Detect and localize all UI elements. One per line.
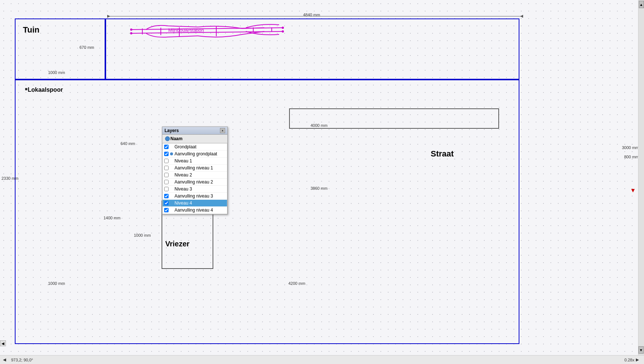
layer-checkbox-niveau-4[interactable]	[164, 201, 169, 205]
svg-point-12	[130, 32, 132, 34]
vriezer-label: Vriezer	[165, 240, 190, 248]
scroll-up-btn[interactable]: ▲	[639, 1, 644, 8]
layer-dot-aanvulling-grondplaat	[170, 152, 173, 155]
scroll-left-btn[interactable]: ◀	[3, 357, 8, 363]
layer-checkbox-niveau-2[interactable]	[164, 173, 169, 177]
layers-close-button[interactable]: ×	[220, 128, 225, 133]
layer-checkbox-aanvulling-grondplaat[interactable]	[164, 152, 169, 156]
scroll-right-btn[interactable]: ▶	[636, 357, 641, 363]
canvas: 4840 mm Tuin 670 mm 1000 mm Lokaalspoor …	[0, 0, 644, 355]
svg-point-11	[130, 28, 132, 31]
scroll-left-arrow[interactable]: ◀	[0, 340, 6, 346]
dimension-3000: 3000 mm	[622, 145, 639, 150]
dimension-1400: 1400 mm	[104, 216, 121, 220]
right-scrollbar[interactable]: ▲ ▼	[638, 0, 644, 355]
layers-header: Naam	[162, 135, 227, 143]
layers-header-label: Naam	[170, 136, 183, 141]
coordinates: 973,2; 90,0°	[11, 358, 33, 362]
layer-label-grondplaat: Grondplaat	[174, 144, 196, 149]
layer-item-niveau-2[interactable]: Niveau 2	[163, 172, 227, 179]
track-area	[124, 20, 294, 46]
layer-item-aanvulling-niveau-1[interactable]: Aanvulling niveau 1	[163, 165, 227, 172]
upper-inner-room	[289, 108, 499, 129]
layer-item-aanvulling-grondplaat[interactable]: Aanvulling grondplaat	[163, 151, 227, 158]
dimension-4200: 4200 mm	[288, 281, 305, 286]
lokaalspoor-label: Lokaalspoor	[28, 87, 63, 93]
svg-point-14	[282, 30, 284, 33]
status-bar: ◀ 973,2; 90,0° 0.28x ▶	[0, 355, 644, 364]
layers-dialog[interactable]: Layers × Naam GrondplaatAanvulling grond…	[162, 127, 228, 215]
dimension-3860: 3860 mm	[311, 186, 328, 191]
layer-item-niveau-3[interactable]: Niveau 3	[163, 186, 227, 193]
straat-label: Straat	[431, 149, 454, 159]
layer-label-niveau-4: Niveau 4	[174, 200, 192, 206]
zoom-level: 0.28x	[624, 358, 634, 362]
dimension-1000b: 1000 mm	[134, 233, 151, 237]
layer-checkbox-aanvulling-niveau-4[interactable]	[164, 208, 169, 212]
layer-label-aanvulling-niveau-1: Aanvulling niveau 1	[174, 165, 213, 171]
layer-item-niveau-4[interactable]: Niveau 4	[163, 200, 227, 207]
layers-title-bar[interactable]: Layers ×	[162, 127, 227, 135]
dimension-2330: 2330 mm	[1, 176, 18, 181]
room-marker	[25, 88, 27, 90]
dimension-670: 670 mm	[79, 45, 94, 50]
layer-item-aanvulling-niveau-2[interactable]: Aanvulling niveau 2	[163, 179, 227, 186]
layer-checkbox-aanvulling-niveau-2[interactable]	[164, 180, 169, 184]
layer-checkbox-aanvulling-niveau-3[interactable]	[164, 194, 169, 198]
svg-point-13	[282, 27, 284, 29]
layer-checkbox-niveau-3[interactable]	[164, 187, 169, 191]
scroll-down-btn[interactable]: ▼	[638, 346, 644, 354]
dimension-line-4840	[107, 15, 525, 18]
dimension-640: 640 mm	[121, 141, 135, 146]
svg-point-15	[165, 136, 170, 141]
svg-marker-2	[520, 15, 523, 18]
layer-label-aanvulling-niveau-4: Aanvulling niveau 4	[174, 208, 213, 213]
mijnbouw-label: Mijnbouw/station	[168, 27, 204, 33]
layer-label-niveau-2: Niveau 2	[174, 172, 192, 178]
layer-label-niveau-3: Niveau 3	[174, 186, 192, 192]
dimension-800: 800 mm	[624, 155, 639, 159]
layer-item-grondplaat[interactable]: Grondplaat	[163, 144, 227, 151]
dimension-1000a: 1000 mm	[48, 70, 65, 75]
layers-title: Layers	[165, 128, 179, 133]
layers-list[interactable]: GrondplaatAanvulling grondplaatNiveau 1A…	[162, 143, 227, 214]
layer-checkbox-aanvulling-niveau-1[interactable]	[164, 166, 169, 170]
layer-label-aanvulling-niveau-3: Aanvulling niveau 3	[174, 193, 213, 199]
dimension-bottom-1000: 1000 mm	[48, 281, 65, 286]
layer-item-aanvulling-niveau-3[interactable]: Aanvulling niveau 3	[163, 193, 227, 200]
svg-marker-1	[107, 15, 110, 18]
layer-label-aanvulling-niveau-2: Aanvulling niveau 2	[174, 179, 213, 185]
layer-label-aanvulling-grondplaat: Aanvulling grondplaat	[174, 151, 217, 156]
layers-header-icon	[165, 136, 170, 142]
layer-checkbox-grondplaat[interactable]	[164, 145, 169, 149]
layer-item-niveau-1[interactable]: Niveau 1	[163, 158, 227, 165]
layer-item-aanvulling-niveau-4[interactable]: Aanvulling niveau 4	[163, 207, 227, 214]
layer-label-niveau-1: Niveau 1	[174, 158, 192, 164]
marker-arrow: ▼	[630, 187, 636, 194]
layer-checkbox-niveau-1[interactable]	[164, 159, 169, 163]
